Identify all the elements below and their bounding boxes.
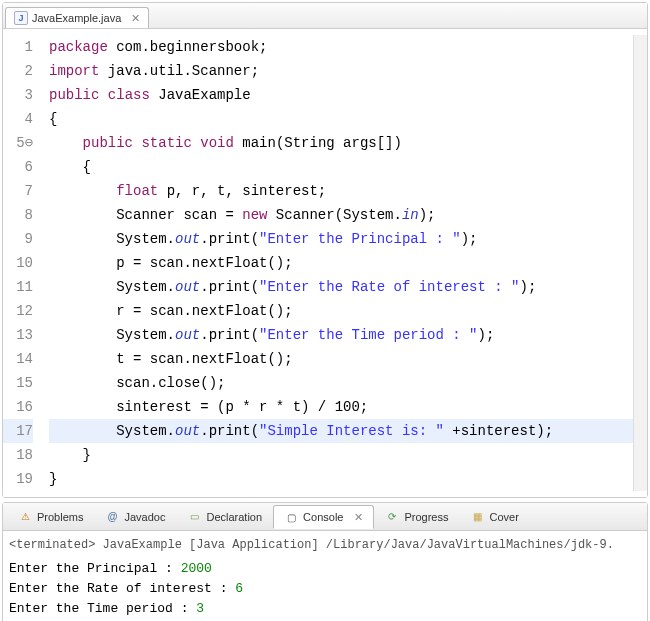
line-number: 17 (3, 419, 33, 443)
code-line[interactable]: System.out.print("Enter the Time period … (49, 323, 633, 347)
code-line[interactable]: p = scan.nextFloat(); (49, 251, 633, 275)
line-number: 12 (3, 299, 33, 323)
line-number: 16 (3, 395, 33, 419)
tab-javadoc[interactable]: @ Javadoc (94, 505, 176, 529)
tab-label: Javadoc (124, 511, 165, 523)
code-line[interactable]: import java.util.Scanner; (49, 59, 633, 83)
code-line[interactable]: public class JavaExample (49, 83, 633, 107)
vertical-scrollbar[interactable] (633, 35, 647, 491)
code-line[interactable]: sinterest = (p * r * t) / 100; (49, 395, 633, 419)
line-number-gutter: 12345⊖678910111213141516171819 (3, 35, 41, 491)
line-number: 19 (3, 467, 33, 491)
tab-coverage[interactable]: ▦ Cover (459, 505, 529, 529)
line-number: 1 (3, 35, 33, 59)
code-line[interactable]: } (49, 467, 633, 491)
code-editor[interactable]: 12345⊖678910111213141516171819 package c… (3, 29, 647, 497)
console-icon: ▢ (284, 510, 298, 524)
code-content[interactable]: package com.beginnersbook;import java.ut… (41, 35, 633, 491)
close-icon[interactable]: ✕ (354, 511, 363, 524)
code-line[interactable]: t = scan.nextFloat(); (49, 347, 633, 371)
code-line[interactable]: } (49, 443, 633, 467)
close-icon[interactable]: ✕ (131, 12, 140, 25)
editor-pane: J JavaExample.java ✕ 12345⊖6789101112131… (2, 2, 648, 498)
coverage-icon: ▦ (470, 510, 484, 524)
console-process-header: <terminated> JavaExample [Java Applicati… (9, 533, 641, 559)
java-file-icon: J (14, 11, 28, 25)
line-number: 18 (3, 443, 33, 467)
editor-tab-bar: J JavaExample.java ✕ (3, 3, 647, 29)
tab-label: Problems (37, 511, 83, 523)
console-output[interactable]: <terminated> JavaExample [Java Applicati… (3, 531, 647, 621)
line-number: 14 (3, 347, 33, 371)
tab-declaration[interactable]: ▭ Declaration (176, 505, 273, 529)
editor-file-tab[interactable]: J JavaExample.java ✕ (5, 7, 149, 28)
progress-icon: ⟳ (385, 510, 399, 524)
line-number: 5⊖ (3, 131, 33, 155)
tab-console[interactable]: ▢ Console ✕ (273, 505, 374, 529)
line-number: 6 (3, 155, 33, 179)
javadoc-icon: @ (105, 510, 119, 524)
line-number: 13 (3, 323, 33, 347)
code-line[interactable]: { (49, 155, 633, 179)
code-line[interactable]: public static void main(String args[]) (49, 131, 633, 155)
line-number: 9 (3, 227, 33, 251)
tab-progress[interactable]: ⟳ Progress (374, 505, 459, 529)
console-line: Enter the Principal : 2000 (9, 559, 641, 579)
line-number: 3 (3, 83, 33, 107)
line-number: 15 (3, 371, 33, 395)
code-line[interactable]: System.out.print("Enter the Rate of inte… (49, 275, 633, 299)
view-tab-bar: ⚠ Problems @ Javadoc ▭ Declaration ▢ Con… (3, 503, 647, 531)
code-line[interactable]: System.out.print("Enter the Principal : … (49, 227, 633, 251)
tab-label: Cover (489, 511, 518, 523)
code-line[interactable]: package com.beginnersbook; (49, 35, 633, 59)
tab-label: Declaration (206, 511, 262, 523)
console-line: Enter the Rate of interest : 6 (9, 579, 641, 599)
tab-label: Progress (404, 511, 448, 523)
line-number: 8 (3, 203, 33, 227)
line-number: 11 (3, 275, 33, 299)
console-line: Enter the Time period : 3 (9, 599, 641, 619)
code-line[interactable]: { (49, 107, 633, 131)
line-number: 7 (3, 179, 33, 203)
code-line[interactable]: System.out.print("Simple Interest is: " … (49, 419, 633, 443)
editor-tab-filename: JavaExample.java (32, 12, 121, 24)
bottom-view-panel: ⚠ Problems @ Javadoc ▭ Declaration ▢ Con… (2, 502, 648, 621)
tab-label: Console (303, 511, 343, 523)
line-number: 10 (3, 251, 33, 275)
line-number: 4 (3, 107, 33, 131)
tab-problems[interactable]: ⚠ Problems (7, 505, 94, 529)
code-line[interactable]: r = scan.nextFloat(); (49, 299, 633, 323)
line-number: 2 (3, 59, 33, 83)
problems-icon: ⚠ (18, 510, 32, 524)
code-line[interactable]: Scanner scan = new Scanner(System.in); (49, 203, 633, 227)
code-line[interactable]: float p, r, t, sinterest; (49, 179, 633, 203)
declaration-icon: ▭ (187, 510, 201, 524)
code-line[interactable]: scan.close(); (49, 371, 633, 395)
